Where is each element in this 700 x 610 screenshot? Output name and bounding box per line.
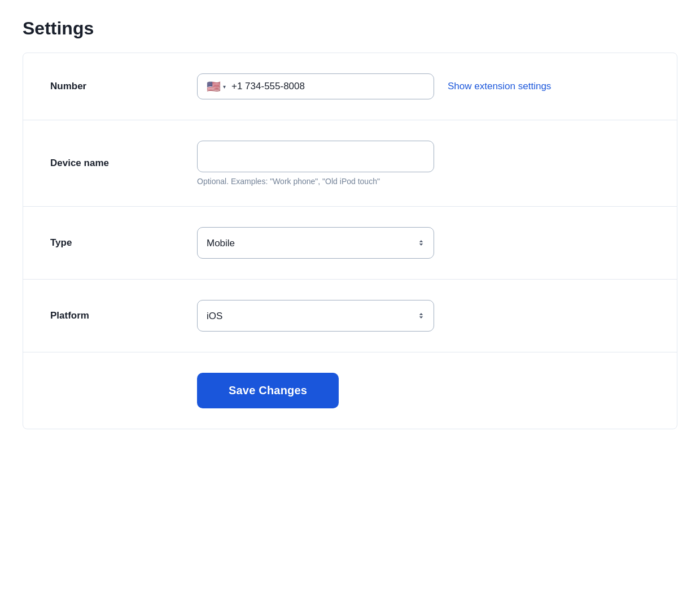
number-row: Number 🇺🇸 ▾ +1 734-555-8008 Show extensi…	[23, 53, 677, 120]
number-label: Number	[50, 81, 197, 92]
number-control: 🇺🇸 ▾ +1 734-555-8008 Show extension sett…	[197, 73, 650, 99]
device-name-row: Device name Optional. Examples: "Work ph…	[23, 120, 677, 207]
type-label: Type	[50, 237, 197, 249]
save-changes-button[interactable]: Save Changes	[197, 373, 339, 408]
device-name-input[interactable]	[197, 141, 434, 172]
platform-row: Platform iOS Android Windows Mac Other	[23, 280, 677, 352]
device-name-hint: Optional. Examples: "Work phone", "Old i…	[197, 177, 434, 186]
device-name-label: Device name	[50, 158, 197, 169]
show-extension-settings-link[interactable]: Show extension settings	[448, 81, 551, 92]
platform-control: iOS Android Windows Mac Other	[197, 300, 650, 332]
flag-dropdown-icon: ▾	[223, 84, 226, 90]
phone-number-display: +1 734-555-8008	[231, 81, 305, 92]
number-input-wrapper[interactable]: 🇺🇸 ▾ +1 734-555-8008	[197, 73, 434, 99]
device-name-control: Optional. Examples: "Work phone", "Old i…	[197, 141, 434, 186]
settings-form: Number 🇺🇸 ▾ +1 734-555-8008 Show extensi…	[23, 53, 677, 429]
save-row: Save Changes	[23, 352, 677, 429]
flag-icon: 🇺🇸	[207, 81, 221, 92]
platform-select[interactable]: iOS Android Windows Mac Other	[197, 300, 434, 332]
flag-selector[interactable]: 🇺🇸 ▾	[207, 81, 226, 92]
type-row: Type Mobile Landline VoIP Other	[23, 207, 677, 280]
type-control: Mobile Landline VoIP Other	[197, 227, 650, 259]
page-title: Settings	[23, 18, 677, 39]
type-select[interactable]: Mobile Landline VoIP Other	[197, 227, 434, 259]
platform-label: Platform	[50, 310, 197, 321]
